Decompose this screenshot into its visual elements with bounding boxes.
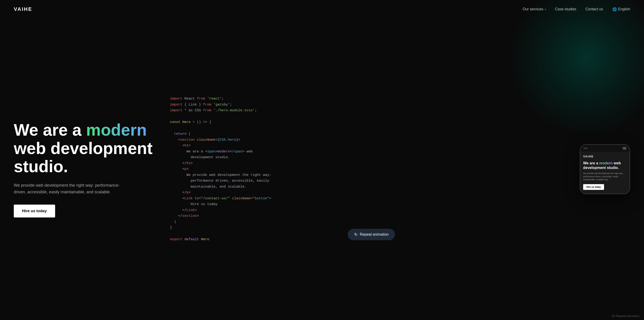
phone-mockup: 9:41 VAIHE We are a modern web developme… [580, 144, 630, 194]
navbar: VAIHE Our services ▾ Case studies Contac… [0, 0, 644, 19]
globe-icon: 🌐 [612, 7, 617, 12]
repeat-animation-button[interactable]: ↻ Repeat animation [348, 229, 395, 240]
repeat-animation-wrap: ↻ Repeat animation [348, 229, 395, 240]
code-content: import React from 'react'; import { Link… [170, 91, 573, 247]
hamburger-icon [623, 147, 626, 149]
phone-accent: modern [599, 161, 613, 165]
hero-accent-word: modern [86, 121, 147, 139]
logo[interactable]: VAIHE [14, 6, 32, 12]
hero-text-block: We are a modern web development studio. … [14, 121, 165, 217]
nav-item-services[interactable]: Our services ▾ [523, 7, 546, 11]
phone-body: VAIHE We are a modern web development st… [580, 152, 630, 194]
phone-logo: VAIHE [583, 155, 627, 158]
repeat-icon: ↻ [354, 232, 358, 237]
phone-status-bar: 9:41 [580, 145, 630, 152]
nav-item-case-studies[interactable]: Case studies [555, 7, 576, 11]
chevron-down-icon: ▾ [545, 8, 546, 11]
phone-time: 9:41 [584, 147, 588, 149]
nav-item-language[interactable]: 🌐 English [612, 7, 630, 12]
hero-section: We are a modern web development studio. … [0, 19, 644, 320]
phone-hire-button[interactable]: Hire us today [583, 184, 604, 190]
phone-description: We provide web development the right way… [583, 172, 627, 181]
hero-headline: We are a modern web development studio. [14, 121, 156, 176]
phone-headline: We are a modern web development studio. [583, 161, 627, 170]
nav-links: Our services ▾ Case studies Contact us 🌐… [523, 7, 630, 12]
code-editor: import React from 'react'; import { Link… [170, 91, 573, 247]
hire-us-today-button[interactable]: Hire us today [14, 205, 55, 217]
hero-subtitle: We provide web development the right way… [14, 182, 124, 195]
nav-item-contact[interactable]: Contact us [586, 7, 603, 11]
repeat-animation-label: Repeat animation [360, 232, 388, 236]
